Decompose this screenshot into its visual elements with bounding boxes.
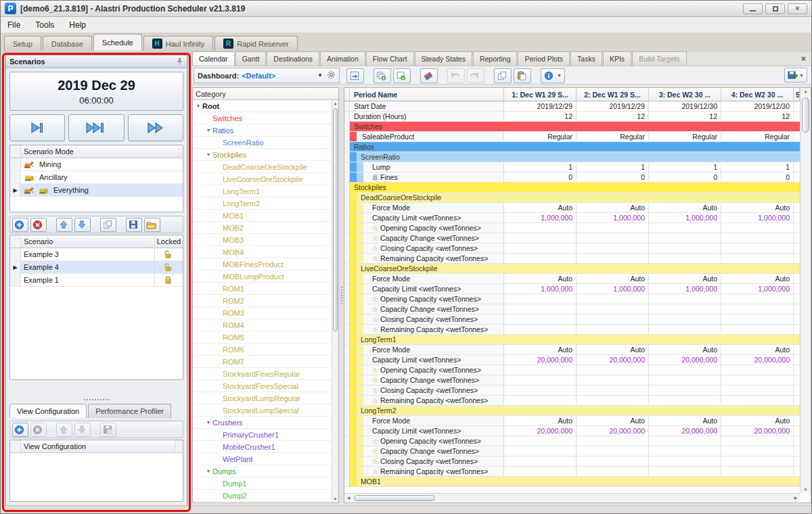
tree-item-moblumpproduct[interactable]: MOBLumpProduct	[193, 271, 332, 283]
grid-cell[interactable]: 12	[577, 112, 649, 121]
tab-period-plots[interactable]: Period Plots	[518, 51, 570, 66]
grid-cell[interactable]	[504, 467, 577, 476]
grid-cell[interactable]	[504, 294, 577, 304]
tab-kpis[interactable]: KPIs	[603, 51, 631, 66]
section-band[interactable]: Ratios	[350, 142, 800, 151]
tree-item-stockyardfinesspecial[interactable]: StockyardFinesSpecial	[193, 380, 332, 392]
grid-cell[interactable]	[721, 304, 794, 314]
grid-cell[interactable]	[721, 314, 794, 324]
tree-item-rom2[interactable]: ROM2	[193, 295, 332, 307]
menu-file[interactable]: File	[7, 20, 20, 30]
tree-item-rom6[interactable]: ROM6	[193, 344, 332, 356]
grid-horizontal-scrollbar[interactable]: ◀ ▶	[344, 493, 800, 503]
tree-item-rom5[interactable]: ROM5	[193, 331, 332, 344]
locked-cell[interactable]	[154, 274, 183, 286]
grid-hscroll-thumb[interactable]	[354, 495, 435, 501]
grid-cell[interactable]: 20,000,000	[721, 426, 794, 436]
grid-cell-partial[interactable]	[794, 132, 800, 141]
grid-column-4[interactable]: 4: Dec W2 30 ...	[721, 88, 794, 101]
grid-cell[interactable]	[577, 294, 649, 304]
scenario-row[interactable]: ▶Example 4	[10, 261, 183, 274]
grid-cell[interactable]: Auto	[577, 416, 649, 425]
grid-cell[interactable]: 12	[504, 112, 577, 121]
tab-view-configuration[interactable]: View Configuration	[9, 404, 87, 418]
tab-setup[interactable]: Setup	[4, 36, 41, 51]
tab-haul-infinity[interactable]: HHaul Infinity	[143, 36, 213, 51]
minimize-button[interactable]	[743, 3, 763, 14]
grid-cell[interactable]	[577, 223, 649, 233]
grid-cell[interactable]	[649, 457, 721, 466]
tab-flow-chart[interactable]: Flow Chart	[366, 51, 414, 66]
grid-cell[interactable]	[577, 304, 649, 314]
grid-cell[interactable]: Auto	[721, 274, 794, 283]
tree-item-dump1[interactable]: Dump1	[193, 477, 332, 490]
tree-scrollbar[interactable]: ▲ ▼	[332, 100, 338, 503]
grid-cell-partial[interactable]	[794, 112, 800, 121]
tree-item-rom4[interactable]: ROM4	[193, 319, 332, 331]
locked-cell[interactable]	[154, 261, 183, 273]
apply-dashboard-window-button[interactable]	[393, 68, 411, 83]
gear-icon[interactable]	[327, 70, 336, 82]
grid-cell[interactable]	[577, 365, 649, 375]
grid-cell[interactable]	[577, 243, 649, 253]
grid-cell[interactable]	[721, 254, 794, 263]
grid-cell[interactable]: 20,000,000	[577, 426, 649, 436]
section-band[interactable]: Stockpiles	[350, 183, 800, 192]
grid-cell[interactable]: Auto	[504, 345, 577, 354]
scenario-mode-row[interactable]: Ancillary	[10, 171, 183, 184]
grid-column-5[interactable]: 5: Dec	[794, 88, 800, 101]
tree-item-crushers[interactable]: ▾Crushers	[193, 417, 332, 429]
grid-cell[interactable]	[577, 386, 649, 395]
grid-cell[interactable]: 0	[577, 172, 649, 182]
grid-cell[interactable]: 1,000,000	[721, 213, 794, 223]
grid-cell[interactable]	[649, 304, 721, 314]
menu-help[interactable]: Help	[69, 20, 86, 30]
grid-cell[interactable]	[649, 223, 721, 233]
play-forward-button[interactable]	[128, 114, 183, 141]
tab-calendar[interactable]: Calendar	[192, 51, 235, 66]
grid-cell[interactable]	[504, 457, 577, 466]
grid-cell[interactable]	[649, 386, 721, 395]
grid-cell[interactable]	[577, 396, 649, 405]
subsection-band[interactable]: MOB1	[357, 477, 800, 486]
close-tab-icon[interactable]: ×	[801, 54, 806, 64]
tree-item-deadcoarseorestockpile[interactable]: DeadCoarseOreStockpile	[193, 161, 332, 173]
grid-cell[interactable]: 20,000,000	[577, 355, 649, 365]
grid-cell[interactable]	[504, 365, 577, 375]
grid-cell[interactable]	[721, 396, 794, 405]
play-to-end-button[interactable]	[68, 114, 124, 141]
tree-item-screenratio[interactable]: ScreenRatio	[193, 137, 332, 149]
grid-cell[interactable]	[577, 436, 649, 446]
grid-cell[interactable]	[721, 223, 794, 233]
subsection-band[interactable]: ScreenRatio	[357, 152, 800, 162]
tab-database[interactable]: Database	[43, 36, 92, 51]
grid-cell[interactable]: 1,000,000	[649, 213, 721, 223]
grid-cell-partial[interactable]	[794, 203, 800, 212]
grid-cell[interactable]: 2019/12/30	[649, 101, 721, 111]
add-button[interactable]	[12, 218, 28, 232]
grid-cell[interactable]	[649, 446, 721, 456]
tree-scroll-thumb[interactable]	[333, 108, 338, 331]
grid-cell[interactable]	[504, 396, 577, 405]
grid-cell[interactable]: Auto	[649, 274, 721, 283]
move-up-button[interactable]	[56, 218, 72, 232]
grid-cell[interactable]: Auto	[649, 345, 721, 354]
grid-cell[interactable]	[577, 233, 649, 243]
subsection-band[interactable]: LiveCoarseOreStockpile	[357, 264, 800, 273]
grid-cell-partial[interactable]	[794, 162, 800, 172]
scroll-up-icon[interactable]: ▲	[332, 100, 338, 107]
menu-tools[interactable]: Tools	[35, 20, 54, 30]
tree-item-root[interactable]: ▾Root	[193, 100, 332, 112]
expander-collapse-icon[interactable]: ▾	[204, 151, 212, 158]
grid-cell-partial[interactable]	[794, 457, 800, 466]
grid-cell[interactable]	[721, 457, 794, 466]
grid-cell[interactable]: Auto	[721, 416, 794, 425]
tab-animation[interactable]: Animation	[320, 51, 365, 66]
tree-item-mobfinesproduct[interactable]: MOBFinesProduct	[193, 258, 332, 271]
grid-cell-partial[interactable]	[794, 416, 800, 425]
paste-button[interactable]	[514, 68, 531, 83]
tree-item-longterm1[interactable]: LongTerm1	[193, 185, 332, 197]
chevron-down-icon[interactable]: ▼	[317, 72, 323, 78]
grid-cell[interactable]: 1	[649, 162, 721, 172]
grid-cell[interactable]	[721, 365, 794, 375]
